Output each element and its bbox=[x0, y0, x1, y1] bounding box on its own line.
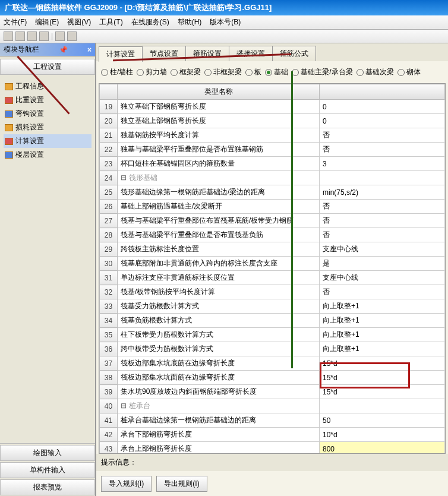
row-value[interactable]: 15*d bbox=[320, 385, 445, 399]
table-row[interactable]: 22独基与基础梁平行重叠部位是否布置独基钢筋否 bbox=[100, 143, 445, 157]
row-value[interactable]: 否 bbox=[320, 143, 445, 157]
row-value[interactable]: 否 bbox=[320, 200, 445, 214]
sidebar-item[interactable]: 计算设置 bbox=[4, 134, 92, 148]
row-value[interactable]: 15*d bbox=[320, 356, 445, 371]
toolbar-icon[interactable] bbox=[55, 31, 65, 41]
menu-item[interactable]: 编辑(E) bbox=[35, 17, 59, 27]
table-row[interactable]: 23杯口短柱在基础锚固区内的箍筋数量3 bbox=[100, 157, 445, 171]
row-value[interactable]: 向上取整+1 bbox=[320, 328, 445, 342]
menu-item[interactable]: 帮助(H) bbox=[178, 17, 202, 27]
import-button[interactable]: 导入规则(I) bbox=[101, 476, 152, 492]
radio-option[interactable]: 非框架梁 bbox=[204, 67, 242, 77]
table-row[interactable]: 33筏基受力筋根数计算方式向上取整+1 bbox=[100, 299, 445, 314]
sidebar-item[interactable]: 比重设置 bbox=[4, 93, 92, 107]
section-head[interactable]: 工程设置 bbox=[0, 59, 95, 75]
bottom-link[interactable]: 报表预览 bbox=[0, 479, 95, 495]
item-icon bbox=[5, 97, 13, 104]
tab[interactable]: 搭接设置 bbox=[229, 46, 273, 61]
sidebar-item[interactable]: 弯钩设置 bbox=[4, 107, 92, 121]
toolbar-icon[interactable] bbox=[4, 31, 13, 41]
radio-option[interactable]: 剪力墙 bbox=[137, 67, 167, 77]
item-label: 比重设置 bbox=[15, 95, 44, 105]
row-value[interactable]: 向上取整+1 bbox=[320, 299, 445, 314]
table-row[interactable]: 43承台上部钢筋弯折长度800 bbox=[100, 442, 445, 454]
table-row[interactable]: 35柱下板带受力筋根数计算方式向上取整+1 bbox=[100, 328, 445, 342]
table-row[interactable]: 37筏板边部集水坑底筋在边缘弯折长度15*d bbox=[100, 356, 445, 371]
sidebar-item[interactable]: 损耗设置 bbox=[4, 121, 92, 134]
sidebar-item[interactable]: 楼层设置 bbox=[4, 148, 92, 162]
row-value[interactable]: 否 bbox=[320, 128, 445, 143]
row-value[interactable]: 10*d bbox=[320, 428, 445, 442]
row-value[interactable] bbox=[320, 171, 445, 185]
table-row[interactable]: 28筏基与基础梁平行重叠部位是否布置筏基负筋否 bbox=[100, 228, 445, 242]
table-row[interactable]: 24⊟筏形基础 bbox=[100, 171, 445, 185]
tab[interactable]: 计算设置 bbox=[99, 46, 143, 62]
menu-item[interactable]: 版本号(B) bbox=[210, 17, 241, 27]
table-row[interactable]: 36跨中板带受力筋根数计算方式向上取整+1 bbox=[100, 342, 445, 356]
radio-option[interactable]: 框架梁 bbox=[171, 67, 201, 77]
row-num: 20 bbox=[100, 114, 118, 128]
row-value[interactable]: 15*d bbox=[320, 371, 445, 385]
table-row[interactable]: 39集水坑90度放坡边内斜面钢筋端部弯折长度15*d bbox=[100, 385, 445, 399]
table-row[interactable]: 41桩承台基础边缘第一根钢筋距基础边的距离50 bbox=[100, 413, 445, 428]
row-value[interactable]: 0 bbox=[320, 114, 445, 128]
data-grid[interactable]: 类型名称19独立基础下部钢筋弯折长度020独立基础上部钢筋弯折长度021独基钢筋… bbox=[99, 83, 446, 454]
collapse-icon[interactable]: ⊟ bbox=[121, 402, 127, 410]
table-row[interactable]: 32筏基/板带钢筋按平均长度计算否 bbox=[100, 285, 445, 299]
row-value[interactable]: 支座中心线 bbox=[320, 242, 445, 257]
table-row[interactable]: 20独立基础上部钢筋弯折长度0 bbox=[100, 114, 445, 128]
toolbar-icon[interactable] bbox=[39, 31, 49, 41]
row-value[interactable]: 50 bbox=[320, 413, 445, 428]
row-value[interactable]: min(75,s/2) bbox=[320, 185, 445, 200]
toolbar-icon[interactable] bbox=[67, 31, 77, 41]
bottom-link[interactable]: 绘图输入 bbox=[0, 445, 95, 461]
row-num: 43 bbox=[100, 442, 118, 454]
menu-item[interactable]: 工具(T) bbox=[99, 17, 122, 27]
table-row[interactable]: 30筏基底部附加非贯通筋伸入跨内的标注长度含支座是 bbox=[100, 257, 445, 271]
radio-option[interactable]: 柱/墙柱 bbox=[101, 67, 133, 77]
table-row[interactable]: 42承台下部钢筋弯折长度10*d bbox=[100, 428, 445, 442]
toolbar-icon[interactable] bbox=[27, 31, 37, 41]
sidebar-item[interactable]: 工程信息 bbox=[4, 80, 92, 93]
export-button[interactable]: 导出规则(I) bbox=[156, 476, 207, 492]
bottom-link[interactable]: 单构件输入 bbox=[0, 462, 95, 478]
table-row[interactable]: 29跨筏板主筋标注长度位置支座中心线 bbox=[100, 242, 445, 257]
row-name: 柱下板带受力筋根数计算方式 bbox=[118, 328, 320, 342]
table-row[interactable]: 34筏基负筋根数计算方式向上取整+1 bbox=[100, 314, 445, 328]
menu-item[interactable]: 在线服务(S) bbox=[131, 17, 169, 27]
close-icon[interactable]: × bbox=[87, 46, 92, 54]
radio-icon bbox=[171, 69, 178, 76]
tab[interactable]: 箍筋设置 bbox=[185, 46, 229, 61]
table-row[interactable]: 38筏板边部集水坑面筋在边缘弯折长度15*d bbox=[100, 371, 445, 385]
radio-option[interactable]: 基础主梁/承台梁 bbox=[292, 67, 352, 77]
row-value[interactable]: 否 bbox=[320, 285, 445, 299]
row-value[interactable]: 向上取整+1 bbox=[320, 342, 445, 356]
table-row[interactable]: 25筏形基础边缘第一根钢筋距基础边/梁边的距离min(75,s/2) bbox=[100, 185, 445, 200]
table-row[interactable]: 19独立基础下部钢筋弯折长度0 bbox=[100, 100, 445, 114]
row-value[interactable]: 否 bbox=[320, 228, 445, 242]
radio-option[interactable]: 砌体 bbox=[397, 67, 421, 77]
radio-option[interactable]: 板 bbox=[245, 67, 261, 77]
row-value[interactable]: 向上取整+1 bbox=[320, 314, 445, 328]
table-row[interactable]: 21独基钢筋按平均长度计算否 bbox=[100, 128, 445, 143]
table-row[interactable]: 31单边标注支座非贯通筋标注长度位置支座中心线 bbox=[100, 271, 445, 285]
row-value[interactable]: 0 bbox=[320, 100, 445, 114]
row-value[interactable]: 3 bbox=[320, 157, 445, 171]
row-value[interactable] bbox=[320, 399, 445, 413]
row-value[interactable]: 否 bbox=[320, 214, 445, 228]
toolbar-icon[interactable] bbox=[15, 31, 25, 41]
tab[interactable]: 箍筋公式 bbox=[272, 46, 316, 61]
table-row[interactable]: 40⊟桩承台 bbox=[100, 399, 445, 413]
radio-option[interactable]: 基础次梁 bbox=[356, 67, 394, 77]
table-row[interactable]: 27筏基与基础梁平行重叠部位布置筏基底筋/板带受力钢筋否 bbox=[100, 214, 445, 228]
row-value[interactable]: 800 bbox=[320, 442, 445, 454]
row-value[interactable]: 支座中心线 bbox=[320, 271, 445, 285]
table-row[interactable]: 26基础上部钢筋遇基础主/次梁断开否 bbox=[100, 200, 445, 214]
pin-icon[interactable]: 📌 bbox=[59, 46, 68, 54]
collapse-icon[interactable]: ⊟ bbox=[121, 173, 127, 182]
menu-item[interactable]: 视图(V) bbox=[67, 17, 91, 27]
tab[interactable]: 节点设置 bbox=[142, 46, 186, 61]
row-value[interactable]: 是 bbox=[320, 257, 445, 271]
radio-option[interactable]: 基础 bbox=[265, 67, 288, 77]
menu-item[interactable]: 文件(F) bbox=[4, 17, 27, 27]
